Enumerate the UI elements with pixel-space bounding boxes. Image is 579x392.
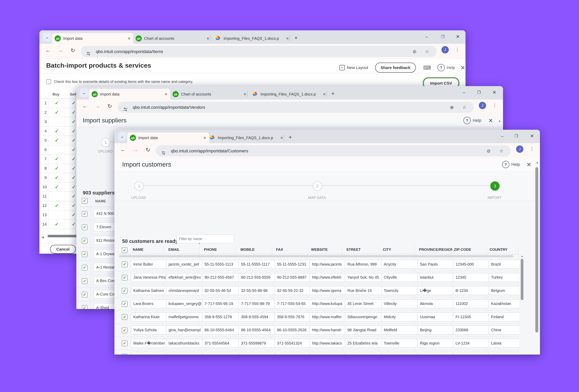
reload-icon[interactable]: ↻ xyxy=(71,47,75,54)
url-text[interactable]: qbo.intuit.com/app/importdata/Customers xyxy=(171,149,248,154)
customer-cell-mobile[interactable]: 32-55-55-88-98 xyxy=(238,286,276,295)
tab-import-data[interactable]: qb Import data ✕ xyxy=(127,132,209,143)
supplier-checkbox[interactable]: ✓ xyxy=(82,224,87,230)
customer-cell-zip-code[interactable]: 111002 xyxy=(453,299,490,308)
customer-cell-mobile[interactable]: 7-717-555-98-79 xyxy=(238,299,276,308)
customer-cell-province-region-st[interactable]: Istanbul xyxy=(417,273,455,282)
customer-cell-website[interactable]: http://www.eftekh xyxy=(309,273,347,282)
customer-cell-phone[interactable]: 86-10-5555-6464 xyxy=(202,326,240,335)
restore-icon[interactable]: ❐ xyxy=(438,32,447,41)
customer-cell-street[interactable]: 25 Elizabetes iela xyxy=(345,339,382,348)
table-vscroll-up-icon[interactable]: ▲ xyxy=(521,255,524,258)
hscroll-left-icon[interactable]: ◀ xyxy=(41,236,44,239)
zoom-icon[interactable]: ⊕ xyxy=(450,105,454,110)
customer-cell-website[interactable]: http://www.custon xyxy=(309,352,347,355)
customer-cell-mobile[interactable]: 86-10-5555-4564 xyxy=(238,326,276,335)
customer-cell-street[interactable]: Meliere 28 Polanc xyxy=(345,352,382,355)
customer-cell-mobile[interactable]: 371-55599879 xyxy=(238,339,276,348)
reload-icon[interactable]: ↻ xyxy=(145,147,150,153)
customer-cell-city[interactable]: Midcity xyxy=(381,312,419,321)
customer-cell-name[interactable]: Maike F�rstenber xyxy=(131,339,168,348)
tune-icon[interactable] xyxy=(123,107,128,112)
minimize-icon[interactable]: – xyxy=(422,32,431,41)
customer-cell-zip-code[interactable]: 12345 xyxy=(453,352,490,355)
address-bar[interactable]: qbo.intuit.com/app/importdata/Items ⊘ ☆ xyxy=(81,46,437,57)
customer-cell-name[interactable]: Yuliya Dzhola xyxy=(131,326,168,335)
tab-importing-files[interactable]: Importing_Files_FAQS_1.docx.p ✕ xyxy=(249,89,329,100)
help-label[interactable]: Help xyxy=(473,118,481,123)
customer-cell-street[interactable]: Rua Alfonso, 999 xyxy=(345,260,382,269)
customer-cell-email[interactable]: tabithasvitamins@ xyxy=(166,352,203,355)
tab-search-chevron-icon[interactable]: ⌄ xyxy=(43,33,51,42)
customer-cell-country[interactable]: Brazil xyxy=(489,260,519,269)
customer-cell-phone[interactable]: 55-11-5555-1113 xyxy=(202,260,240,269)
page-close-icon[interactable]: ✕ xyxy=(460,64,465,71)
page-vscroll-thumb[interactable] xyxy=(535,167,538,333)
customer-cell-website[interactable]: http://www.kolupa xyxy=(309,299,347,308)
select-all-checkbox[interactable]: ✓ xyxy=(82,198,87,204)
tab-close-icon[interactable]: ✕ xyxy=(206,36,210,41)
customer-cell-phone[interactable]: 52-555-6546547 xyxy=(202,352,240,355)
tab-close-icon[interactable]: ✕ xyxy=(286,36,289,41)
customer-cell-phone[interactable]: 32-55-55-46-54 xyxy=(202,286,240,295)
vscroll-up-icon[interactable]: ▲ xyxy=(498,119,501,122)
vscroll-up-icon[interactable]: ▲ xyxy=(536,161,539,164)
minimize-icon[interactable]: – xyxy=(498,132,507,140)
customer-cell-mobile[interactable]: 52-555-6543210 xyxy=(238,352,276,355)
overwrite-checkbox[interactable] xyxy=(46,79,51,84)
menu-dots-icon[interactable]: ⋮ xyxy=(530,146,534,152)
avatar[interactable]: J xyxy=(479,102,486,109)
customer-cell-zip-code[interactable]: 12345 xyxy=(453,273,490,282)
supplier-checkbox[interactable]: ✓ xyxy=(82,292,87,297)
avatar[interactable]: J xyxy=(516,145,523,153)
bookmark-star-icon[interactable]: ☆ xyxy=(462,105,467,110)
zoom-icon[interactable]: ⊘ xyxy=(413,49,417,54)
tab-import-data[interactable]: qb Import data ✕ xyxy=(89,89,170,100)
customer-cell-website[interactable]: http://www.hansh xyxy=(309,326,347,335)
customer-cell-province-region-st[interactable]: Riga region xyxy=(417,339,455,348)
tab-close-icon[interactable]: ✕ xyxy=(128,36,131,41)
customer-cell-email[interactable]: jacints_exotic_pet xyxy=(166,260,203,269)
customer-cell-province-region-st[interactable]: Beijing xyxy=(417,326,455,335)
back-icon[interactable]: ← xyxy=(120,147,126,153)
customer-cell-email[interactable]: maffettpetgroome xyxy=(166,312,203,321)
supplier-checkbox[interactable]: ✓ xyxy=(82,305,87,309)
customer-checkbox[interactable]: ✓ xyxy=(122,340,128,346)
customer-cell-country[interactable]: Mexico xyxy=(489,352,519,355)
customer-cell-province-region-st[interactable]: Xalapa xyxy=(417,352,455,355)
customer-cell-country[interactable]: Latvia xyxy=(489,339,519,348)
customer-cell-website[interactable]: http://www.jacints xyxy=(309,260,347,269)
customer-cell-fax[interactable]: 90-212-555-8887 xyxy=(275,273,312,282)
select-all-checkbox[interactable]: ✓ xyxy=(122,247,128,253)
customer-cell-phone[interactable]: 90-212-555-4567 xyxy=(202,273,240,282)
help-label[interactable]: Help xyxy=(511,162,520,167)
customer-cell-province-region-st[interactable]: Li�ge xyxy=(417,286,455,295)
tune-icon[interactable] xyxy=(86,51,91,57)
back-icon[interactable]: ← xyxy=(82,103,87,109)
close-icon[interactable]: ✕ xyxy=(490,88,499,97)
customer-cell-fax[interactable]: 86-10-5555-2626 xyxy=(275,326,312,335)
bookmark-star-icon[interactable]: ☆ xyxy=(425,49,429,54)
customer-cell-email[interactable]: christianespenard xyxy=(166,286,203,295)
table-vscroll-thumb[interactable] xyxy=(521,259,523,300)
bookmark-star-icon[interactable]: ☆ xyxy=(499,148,504,154)
customer-cell-name[interactable]: Irene Buller xyxy=(131,260,168,269)
forward-icon[interactable]: → xyxy=(58,47,63,54)
tab-chart-of-accounts[interactable]: qb Chart of accounts ✕ xyxy=(133,33,212,44)
customer-checkbox[interactable]: ✓ xyxy=(122,328,128,333)
tab-search-chevron-icon[interactable]: ⌄ xyxy=(80,88,88,97)
customer-cell-country[interactable]: Finland xyxy=(489,312,519,321)
customer-cell-phone[interactable]: 7-717-555-95-19 xyxy=(202,299,240,308)
customer-cell-name[interactable]: Katharina Salmen xyxy=(131,286,168,295)
minimize-icon[interactable]: – xyxy=(460,88,468,97)
close-icon[interactable]: ✕ xyxy=(528,132,536,140)
tab-close-icon[interactable]: ✕ xyxy=(203,136,206,140)
customer-cell-street[interactable]: Rue Brixhe 15 xyxy=(345,286,382,295)
supplier-checkbox[interactable]: ✓ xyxy=(82,278,87,284)
tune-icon[interactable] xyxy=(161,151,166,156)
page-close-icon[interactable]: ✕ xyxy=(488,117,493,124)
new-tab-button[interactable]: + xyxy=(289,134,292,140)
customer-cell-zip-code[interactable]: 233066 xyxy=(453,326,490,335)
customer-cell-fax[interactable]: 32-55-55-22-32 xyxy=(275,286,312,295)
customer-cell-city[interactable]: Anycity xyxy=(381,260,419,269)
